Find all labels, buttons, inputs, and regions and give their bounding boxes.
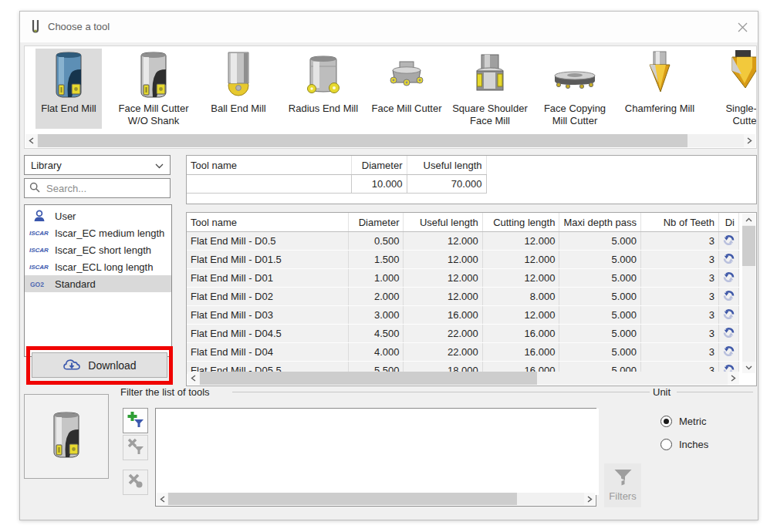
iscar-icon: ISCAR [29,246,49,254]
search-input[interactable] [45,182,164,195]
tool-table-viewport: Tool nameDiameterUseful lengthCutting le… [187,213,739,374]
tool-type-ball-end-mill[interactable]: Ball End Mill [198,49,279,129]
unit-group-line-right [677,392,753,392]
current-tool-panel: Tool nameDiameterUseful length10.00070.0… [186,155,757,204]
tool-type-face-mill-cutter[interactable]: Face Mill Cutter [366,49,448,129]
scroll-up-icon[interactable] [742,214,755,225]
filter-list-hscrollbar[interactable] [157,493,595,505]
tool-type-radius-end-mill[interactable]: Radius End Mill [282,49,364,129]
quick-row: 10.00070.000 [187,175,486,194]
library-item-label: Iscar_ECL long length [55,261,153,273]
unit-radio-metric[interactable]: Metric [660,416,706,427]
filter-list-box [155,408,596,507]
library-item-user[interactable]: User [25,207,171,224]
ball-end-mill-icon [198,49,279,103]
filters-button[interactable]: Filters [604,463,641,507]
tool-preview-box [24,394,109,479]
library-item-label: Iscar_EC short length [55,244,151,256]
filter-list-hscroll-thumb[interactable] [168,493,517,505]
tool-strip-scroll-thumb[interactable] [38,134,687,147]
quick-col-diameter[interactable]: Diameter [351,156,407,175]
svg-text:GO2: GO2 [30,281,44,288]
remove-filter-icon [127,438,144,457]
quick-col-useful-length[interactable]: Useful length [407,156,486,175]
library-item-standard[interactable]: GO2Standard [25,275,171,292]
tool-type-single-a-cutte[interactable]: Single-ACutte [704,49,757,129]
rotate-direction-icon [718,251,738,269]
download-label: Download [88,359,136,372]
quick-col-tool-name[interactable]: Tool name [187,156,351,175]
tool-type-flat-end-mill[interactable]: Flat End Mill [28,49,110,129]
tool-type-label: Ball End Mill [198,103,279,115]
tool-row-flat-end-mill-d04-5[interactable]: Flat End Mill - D04.54.50022.00016.0005.… [187,325,739,343]
tool-type-label: Chamfering Mill [619,103,701,115]
scroll-right-icon[interactable] [584,493,595,505]
library-item-label: User [55,210,76,222]
quick-value-1[interactable]: 10.000 [351,175,407,194]
search-box[interactable] [24,178,171,198]
tool-col-useful-length[interactable]: Useful length [404,213,482,232]
tool-table-vscrollbar[interactable] [742,214,755,373]
tool-col-cutting-length[interactable]: Cutting length [482,213,559,232]
library-item-iscar-ec-short-length[interactable]: ISCARIscar_EC short length [25,241,171,258]
radius-end-mill-icon [282,49,364,103]
scroll-down-icon[interactable] [742,362,755,373]
unit-radio-inches[interactable]: Inches [660,439,708,450]
tool-type-label: Face Mill [449,115,531,127]
tool-strip-scrollbar[interactable] [25,134,755,147]
tool-table-vscroll-thumb[interactable] [742,226,755,266]
selected-tool-preview-icon [42,410,90,463]
tool-row-flat-end-mill-d0-5[interactable]: Flat End Mill - D0.50.50012.00012.0005.0… [187,232,739,251]
rotate-direction-icon [718,306,738,325]
tool-col-diameter[interactable]: Diameter [348,213,404,232]
tool-col-tool-name[interactable]: Tool name [187,213,348,232]
filter-list-textarea[interactable] [156,409,599,495]
tool-type-square-shoulder-face-mill[interactable]: Square ShoulderFace Mill [449,49,531,129]
clear-filters-icon [127,473,144,492]
scroll-right-icon[interactable] [744,134,755,147]
tool-col-maxi-depth-pass[interactable]: Maxi depth pass [559,213,641,232]
chamfering-mill-icon [619,49,701,103]
library-item-iscar-ec-medium-length[interactable]: ISCARIscar_EC medium length [25,224,171,241]
add-filter-button[interactable] [123,408,148,433]
tool-type-label: Cutte [704,115,757,127]
filter-group-label: Filter the list of tools [120,386,210,398]
unit-group-label: Unit [653,386,671,398]
scroll-left-icon[interactable] [187,372,199,385]
tool-row-flat-end-mill-d02[interactable]: Flat End Mill - D022.00012.0008.0005.000… [187,288,739,306]
tool-row-flat-end-mill-d01[interactable]: Flat End Mill - D011.00012.00012.0005.00… [187,269,739,288]
download-cloud-icon [62,358,81,373]
close-icon[interactable] [731,18,753,36]
tool-col-di[interactable]: Di [718,213,738,232]
quick-value-0[interactable] [187,175,351,194]
tool-row-flat-end-mill-d03[interactable]: Flat End Mill - D033.00016.00012.0005.00… [187,306,739,325]
remove-filter-button[interactable] [123,435,148,460]
tool-row-flat-end-mill-d04[interactable]: Flat End Mill - D044.00022.00016.0005.00… [187,343,739,362]
tool-col-nb-of-teeth[interactable]: Nb of Teeth [641,213,719,232]
download-button[interactable]: Download [32,352,167,378]
rotate-direction-icon [718,269,738,288]
tool-type-chamfering-mill[interactable]: Chamfering Mill [619,49,701,129]
tool-type-face-mill-cutter-w-o-shank[interactable]: Face Mill CutterW/O Shank [113,49,194,129]
tool-table-hscrollbar[interactable] [187,372,739,385]
clear-filters-button[interactable] [123,470,148,495]
unit-group-line-left [630,392,650,392]
scroll-right-icon[interactable] [728,372,739,385]
library-select[interactable]: Library [24,155,171,175]
rotate-direction-icon [718,288,738,306]
radio-unselected-icon[interactable] [660,439,672,450]
tool-type-face-copying-mill-cutter[interactable]: Face CopyingMill Cutter [534,49,616,129]
iscar-icon: ISCAR [29,229,49,237]
choose-a-tool-screen: Choose a tool Flat End MillFace Mill Cut… [0,0,777,532]
tool-table-hscroll-thumb[interactable] [200,372,537,385]
tool-row-flat-end-mill-d01-5[interactable]: Flat End Mill - D01.51.50012.00012.0005.… [187,251,739,269]
library-item-iscar-ecl-long-length[interactable]: ISCARIscar_ECL long length [25,258,171,275]
library-select-value: Library [31,160,62,171]
radio-selected-icon[interactable] [660,416,672,427]
scroll-left-icon[interactable] [25,134,37,147]
quick-value-2[interactable]: 70.000 [407,175,486,194]
unit-option-label: Metric [679,416,706,427]
filters-funnel-icon [613,469,633,488]
rotate-direction-icon [718,232,738,251]
scroll-left-icon[interactable] [157,493,167,505]
